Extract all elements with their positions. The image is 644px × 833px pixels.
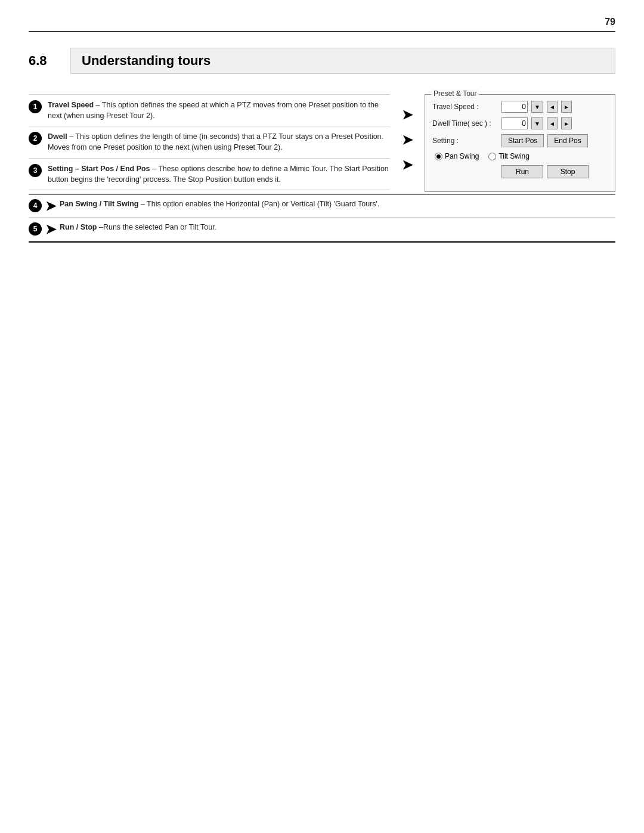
item-3-bold: Setting – Start Pos / End Pos [48, 165, 150, 173]
dwell-time-row: Dwell Time( sec ) : ▼ ◄ ► [432, 117, 608, 129]
middle-arrows: ➤ ➤ ➤ [402, 94, 413, 178]
setting-row: Setting : Start Pos End Pos [432, 134, 608, 147]
item-2-bold: Dwell [48, 132, 67, 141]
dwell-time-label: Dwell Time( sec ) : [432, 119, 498, 128]
start-pos-button[interactable]: Start Pos [501, 134, 544, 147]
item-5-text: Run / Stop –Runs the selected Pan or Til… [60, 222, 216, 233]
item-3: 3 Setting – Start Pos / End Pos – These … [29, 159, 390, 190]
arrow-3: ➤ [402, 153, 413, 178]
arrow-icon-4: ➤ [45, 199, 56, 214]
arrow-1: ➤ [402, 103, 413, 128]
item-4-text: Pan Swing / Tilt Swing – This option ena… [60, 199, 379, 209]
dwell-time-dropdown[interactable]: ▼ [531, 117, 543, 129]
dwell-time-input[interactable] [501, 117, 528, 129]
pan-swing-option[interactable]: Pan Swing [435, 152, 479, 160]
stop-button[interactable]: Stop [547, 165, 589, 178]
travel-speed-label: Travel Speed : [432, 103, 498, 111]
main-layout: 1 Travel Speed – This option defines the… [29, 94, 615, 243]
circle-3: 3 [29, 164, 42, 177]
item-4-row: 4 ➤ Pan Swing / Tilt Swing – This option… [29, 194, 615, 218]
setting-label: Setting : [432, 137, 498, 145]
left-numbered: 1 Travel Speed – This option defines the… [29, 94, 390, 190]
preset-tour-box: Preset & Tour Travel Speed : ▼ ◄ ► Dwell… [425, 94, 615, 192]
page-number: 79 [605, 17, 615, 27]
item-2-text: Dwell – This option defines the length o… [48, 131, 390, 153]
end-pos-button[interactable]: End Pos [547, 134, 587, 147]
run-button[interactable]: Run [501, 165, 543, 178]
arrow-icon-2: ➤ [402, 132, 413, 148]
item-5-row: 5 ➤ Run / Stop –Runs the selected Pan or… [29, 218, 615, 243]
preset-tour-legend: Preset & Tour [431, 89, 479, 98]
circle-2: 2 [29, 132, 42, 145]
item-5-bold: Run / Stop [60, 223, 97, 231]
item-2: 2 Dwell – This option defines the length… [29, 126, 390, 158]
tilt-swing-option[interactable]: Tilt Swing [488, 152, 530, 160]
section-title-box: Understanding tours [70, 48, 615, 74]
travel-speed-input[interactable] [501, 101, 528, 113]
pan-swing-radio[interactable] [435, 153, 442, 160]
pan-swing-label: Pan Swing [445, 152, 479, 160]
circle-4: 4 [29, 199, 42, 212]
arrow-icon-1: ➤ [402, 107, 413, 123]
tilt-swing-radio[interactable] [488, 153, 496, 160]
circle-1: 1 [29, 100, 42, 113]
travel-speed-row: Travel Speed : ▼ ◄ ► [432, 101, 608, 113]
section-title: Understanding tours [82, 53, 210, 68]
section-number: 6.8 [29, 53, 70, 69]
item-1: 1 Travel Speed – This option defines the… [29, 94, 390, 126]
tilt-swing-label: Tilt Swing [499, 152, 530, 160]
run-stop-row: Run Stop [432, 165, 608, 178]
item-1-text: Travel Speed – This option defines the s… [48, 100, 390, 121]
bottom-section: 4 ➤ Pan Swing / Tilt Swing – This option… [29, 194, 615, 243]
dwell-time-right[interactable]: ► [561, 117, 572, 129]
arrow-2: ➤ [402, 128, 413, 153]
arrow-icon-5: ➤ [45, 222, 56, 237]
item-4-bold: Pan Swing / Tilt Swing [60, 200, 138, 208]
dwell-time-left[interactable]: ◄ [547, 117, 558, 129]
item-3-text: Setting – Start Pos / End Pos – These op… [48, 163, 390, 185]
section-heading: 6.8 Understanding tours [29, 48, 615, 74]
radio-row: Pan Swing Tilt Swing [432, 152, 608, 160]
travel-speed-right[interactable]: ► [561, 101, 572, 113]
travel-speed-left[interactable]: ◄ [547, 101, 558, 113]
arrow-icon-3: ➤ [402, 157, 413, 173]
circle-5: 5 [29, 222, 42, 236]
right-col: Preset & Tour Travel Speed : ▼ ◄ ► Dwell… [425, 94, 615, 192]
item-1-bold: Travel Speed [48, 101, 94, 109]
travel-speed-dropdown[interactable]: ▼ [531, 101, 543, 113]
top-rule [29, 31, 615, 32]
top-section: 1 Travel Speed – This option defines the… [29, 94, 615, 192]
